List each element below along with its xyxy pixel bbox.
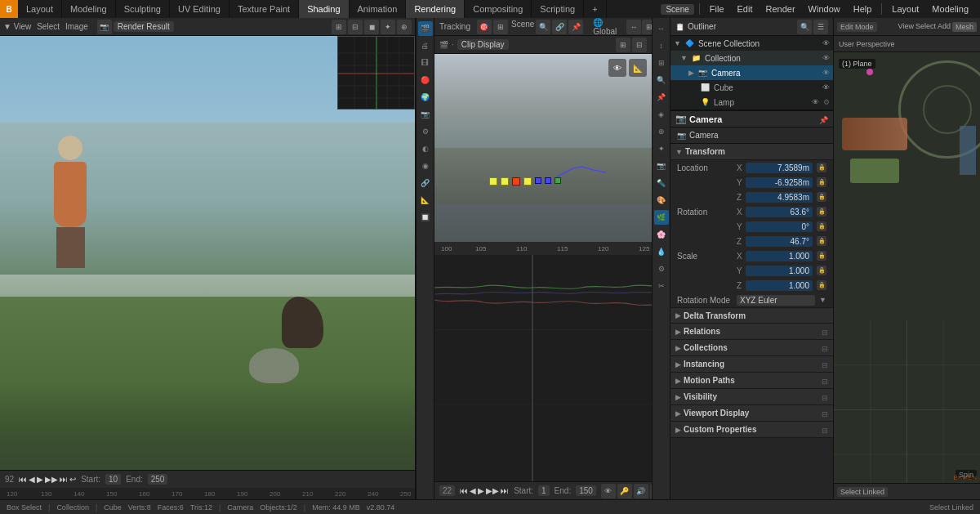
node-icon[interactable]: ⊞ — [332, 20, 346, 34]
view-menu[interactable]: ▼ View — [3, 22, 31, 31]
tl-play3[interactable]: ▶ — [478, 486, 484, 495]
clip-icon-r1[interactable]: ⊞ — [616, 38, 630, 52]
menu-help[interactable]: Help — [849, 0, 877, 18]
loc-x-lock[interactable]: 🔒 — [817, 163, 826, 172]
tl-start-val[interactable]: 1 — [538, 485, 550, 496]
select-menu[interactable]: Select — [37, 22, 60, 31]
prop-icon-mat[interactable]: 🔲 — [418, 210, 433, 225]
clip-btn-2[interactable]: 📐 — [629, 59, 647, 77]
start-val[interactable]: 10 — [105, 474, 121, 485]
viewport-display-section[interactable]: ▶ Viewport Display ⊟ — [670, 405, 833, 422]
prop-icon-obj[interactable]: 📷 — [418, 107, 433, 122]
image-menu[interactable]: Image — [65, 22, 88, 31]
lamp-settings[interactable]: ⚙ — [823, 98, 830, 106]
track-icon2[interactable]: ⊞ — [493, 20, 508, 34]
prev-keyframe-btn[interactable]: ⏮ — [19, 475, 27, 484]
menu-render[interactable]: Render — [761, 0, 800, 18]
select-linked-btn[interactable]: Select Linked — [837, 487, 888, 497]
menu-modeling[interactable]: Modeling — [927, 0, 973, 18]
tl-icon1[interactable]: 👁 — [601, 484, 616, 498]
prev-frame-btn[interactable]: ◀ — [29, 475, 35, 484]
tl-play1[interactable]: ⏮ — [460, 486, 468, 495]
tl-icon2[interactable]: 🔑 — [617, 484, 632, 498]
outliner-camera[interactable]: ▶ 📷 Camera 👁 — [670, 65, 833, 80]
custprop-menu[interactable]: ⊟ — [822, 425, 828, 435]
visibility-section[interactable]: ▶ Visibility ⊟ — [670, 389, 833, 405]
outliner-scene-collection[interactable]: ▼ 🔷 Scene Collection 👁 — [670, 36, 833, 51]
add-menu-m[interactable]: Add — [938, 22, 951, 32]
prop-icon-mod[interactable]: ⚙ — [418, 124, 433, 139]
tl-icon3[interactable]: 🔊 — [634, 484, 648, 498]
tab-shading[interactable]: Shading — [299, 0, 349, 18]
prop-icon-part[interactable]: ◐ — [418, 141, 433, 156]
delta-transform-section[interactable]: ▶ Delta Transform — [670, 307, 833, 324]
lamp-eye[interactable]: 👁 — [812, 98, 819, 106]
tab-layout[interactable]: Layout — [18, 0, 62, 18]
rot-x-lock[interactable]: 🔒 — [817, 207, 826, 217]
outliner-filter[interactable]: 🔍 — [797, 20, 812, 34]
motion-paths-section[interactable]: ▶ Motion Paths ⊟ — [670, 373, 833, 389]
scale-z-val[interactable]: 1.000 — [746, 280, 813, 291]
rs-icon13[interactable]: 🌸 — [654, 227, 669, 242]
rs-icon6[interactable]: ◈ — [654, 107, 669, 122]
play-btn[interactable]: ▶ — [37, 475, 43, 484]
menu-layout2[interactable]: Layout — [887, 0, 924, 18]
coll-eye[interactable]: 👁 — [822, 54, 830, 62]
track-right1[interactable]: 🔍 — [536, 20, 550, 34]
rot-z-lock[interactable]: 🔒 — [817, 236, 826, 246]
rs-icon16[interactable]: ✂ — [654, 279, 669, 293]
prop-icon-output[interactable]: 🖨 — [418, 38, 433, 53]
vp-icon2[interactable]: ⊟ — [348, 20, 363, 34]
loop-btn[interactable]: ↩ — [69, 475, 76, 484]
rot-mode-dropdown[interactable]: ▼ — [819, 296, 826, 304]
end-val[interactable]: 250 — [148, 474, 168, 485]
transform-section[interactable]: ▼ Transform — [670, 144, 833, 160]
select-menu-m[interactable]: Select — [915, 22, 936, 32]
menu-file[interactable]: File — [705, 0, 729, 18]
tab-uv[interactable]: UV Editing — [170, 0, 229, 18]
scene-coll-eye[interactable]: 👁 — [822, 39, 830, 47]
tab-compositing[interactable]: Compositing — [465, 0, 532, 18]
rot-y-val[interactable]: 0° — [746, 221, 813, 232]
clip-btn-1[interactable]: 👁 — [608, 59, 626, 77]
outliner-cube[interactable]: ⬜ Cube 👁 — [670, 80, 833, 95]
track-r1[interactable]: ↔ — [626, 20, 641, 34]
vp-icon5[interactable]: ⊕ — [397, 20, 412, 34]
instancing-section[interactable]: ▶ Instancing ⊟ — [670, 356, 833, 373]
scale-x-lock[interactable]: 🔒 — [817, 251, 826, 261]
tl-play2[interactable]: ◀ — [470, 486, 476, 495]
instancing-menu[interactable]: ⊟ — [822, 360, 828, 369]
track-right3[interactable]: 📌 — [568, 20, 583, 34]
rot-y-lock[interactable]: 🔒 — [817, 221, 826, 231]
motion-menu[interactable]: ⊟ — [822, 376, 828, 386]
tab-texture[interactable]: Texture Paint — [229, 0, 299, 18]
rs-icon12[interactable]: 🌿 — [654, 210, 669, 225]
outliner-lamp[interactable]: 💡 Lamp 👁 ⚙ — [670, 95, 833, 110]
rs-icon15[interactable]: ⚙ — [654, 261, 669, 276]
prop-icon-scene[interactable]: 🎬 — [418, 21, 433, 36]
menu-window[interactable]: Window — [804, 0, 845, 18]
scale-x-val[interactable]: 1.000 — [746, 251, 813, 261]
track-right2[interactable]: 🔗 — [552, 20, 567, 34]
next-frame-btn[interactable]: ▶▶ — [45, 475, 58, 484]
select-linked-status[interactable]: Select Linked — [929, 503, 973, 512]
rs-icon5[interactable]: 📌 — [654, 90, 669, 105]
scale-y-lock[interactable]: 🔒 — [817, 266, 826, 275]
tab-modeling[interactable]: Modeling — [62, 0, 116, 18]
menu-edit[interactable]: Edit — [733, 0, 758, 18]
outliner-menu[interactable]: ☰ — [813, 20, 828, 34]
loc-x-val[interactable]: 7.3589m — [746, 163, 813, 173]
cube-eye[interactable]: 👁 — [822, 83, 830, 92]
edit-mode-label[interactable]: Edit Mode — [837, 22, 877, 32]
tab-scripting[interactable]: Scripting — [532, 0, 584, 18]
prop-icon-phys[interactable]: ◉ — [418, 159, 433, 173]
rs-icon3[interactable]: ⊞ — [654, 56, 669, 70]
prop-icon-view[interactable]: 🎞 — [418, 56, 433, 70]
tl-play5[interactable]: ⏭ — [501, 486, 509, 495]
cam-eye[interactable]: 👁 — [822, 69, 830, 77]
tab-sculpting[interactable]: Sculpting — [116, 0, 170, 18]
collections-section[interactable]: ▶ Collections ⊟ — [670, 340, 833, 356]
rs-icon1[interactable]: ↔ — [654, 21, 669, 36]
custom-props-section[interactable]: ▶ Custom Properties ⊟ — [670, 422, 833, 438]
tl-play4[interactable]: ▶▶ — [486, 486, 499, 495]
